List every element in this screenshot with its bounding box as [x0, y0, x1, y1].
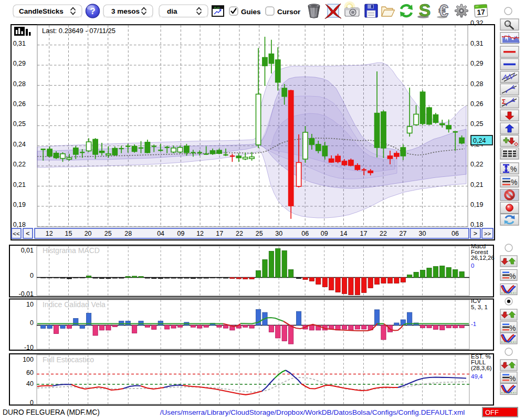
svg-text:%: %	[510, 165, 517, 173]
svg-text:0,21: 0,21	[13, 181, 26, 188]
svg-text:/Users/mserra/Library/CloudSto: /Users/mserra/Library/CloudStorage/Dropb…	[160, 408, 465, 416]
svg-text:04: 04	[157, 230, 164, 237]
svg-text:CandleSticks: CandleSticks	[19, 7, 64, 15]
svg-text:(28,3,6): (28,3,6)	[471, 365, 492, 371]
svg-text:0,21: 0,21	[470, 181, 483, 188]
svg-text:60: 60	[26, 369, 34, 376]
svg-text:0,22: 0,22	[470, 161, 483, 168]
svg-text:5, 3, 1: 5, 3, 1	[471, 304, 488, 310]
svg-text:14: 14	[340, 230, 347, 237]
svg-text:30: 30	[275, 230, 282, 237]
svg-text:28: 28	[124, 230, 132, 237]
svg-text:0,28: 0,28	[13, 80, 26, 88]
svg-text:%: %	[509, 272, 516, 280]
svg-text:%: %	[511, 178, 517, 186]
svg-text:0,28: 0,28	[470, 80, 483, 88]
svg-text:Indice Calidad Vela: Indice Calidad Vela	[43, 300, 106, 309]
svg-text:0,31: 0,31	[470, 40, 483, 47]
svg-text:0,22: 0,22	[13, 161, 26, 168]
svg-text:09: 09	[321, 230, 328, 237]
svg-text:25: 25	[104, 230, 112, 237]
svg-text:40: 40	[26, 380, 34, 387]
svg-text:12: 12	[196, 230, 204, 237]
svg-text:Histgrama MACD: Histgrama MACD	[43, 246, 100, 255]
svg-text:PLAY: PLAY	[214, 7, 220, 9]
svg-text:OFF: OFF	[485, 408, 499, 416]
svg-text:0,19: 0,19	[470, 201, 483, 208]
svg-text:0,19: 0,19	[13, 201, 26, 208]
svg-text:06: 06	[452, 230, 459, 237]
svg-text:0: 0	[30, 319, 34, 327]
svg-text:0,25: 0,25	[13, 120, 26, 128]
svg-text:0,18: 0,18	[13, 221, 26, 228]
svg-text:100: 100	[23, 356, 34, 363]
svg-text:06: 06	[301, 230, 309, 237]
svg-text:0: 0	[471, 262, 474, 269]
svg-text:0: 0	[30, 272, 34, 279]
svg-text:0,25: 0,25	[470, 120, 483, 128]
svg-text:%: %	[509, 324, 516, 332]
svg-text:?: ?	[90, 6, 95, 16]
svg-text:>: >	[474, 230, 477, 237]
svg-text:Cursor: Cursor	[277, 8, 301, 16]
svg-text:0,18: 0,18	[470, 221, 483, 228]
svg-text:0,26: 0,26	[470, 100, 483, 108]
svg-text:0,24: 0,24	[13, 141, 26, 148]
svg-text:09: 09	[177, 230, 184, 237]
svg-text:0,31: 0,31	[13, 40, 26, 47]
svg-text:0,29: 0,29	[13, 60, 26, 67]
svg-text:-0,01: -0,01	[19, 290, 34, 298]
svg-text:22: 22	[380, 230, 387, 237]
svg-text:15: 15	[65, 230, 72, 237]
svg-text:>>: >>	[484, 230, 491, 237]
svg-text:ICV: ICV	[471, 298, 481, 304]
svg-text:Last: 0.23649 - 07/11/25: Last: 0.23649 - 07/11/25	[42, 27, 116, 35]
svg-text:49,4: 49,4	[471, 373, 483, 380]
svg-text:0,29: 0,29	[470, 60, 483, 67]
svg-text:12: 12	[46, 230, 53, 237]
svg-text:0,26: 0,26	[13, 100, 26, 108]
svg-text:Full Estocastico: Full Estocastico	[43, 355, 94, 364]
svg-text:DURO FELGUERA (MDF.MC): DURO FELGUERA (MDF.MC)	[3, 408, 100, 416]
svg-text:17: 17	[216, 230, 223, 237]
svg-text:0: 0	[30, 399, 34, 406]
svg-text:dia: dia	[167, 7, 177, 15]
svg-text:%: %	[509, 374, 516, 383]
svg-text:30: 30	[419, 230, 426, 237]
svg-text:3 mesos: 3 mesos	[111, 7, 140, 15]
svg-text:Guies: Guies	[241, 8, 261, 16]
svg-text:0,01: 0,01	[21, 247, 34, 254]
svg-text:<: <	[26, 230, 29, 237]
svg-text:S: S	[419, 0, 431, 20]
svg-text:17: 17	[477, 7, 486, 16]
svg-text:0,32: 0,32	[470, 19, 483, 27]
svg-text:22: 22	[236, 230, 243, 237]
svg-text:17: 17	[360, 230, 368, 237]
svg-text:10: 10	[26, 301, 34, 308]
svg-text:20: 20	[85, 230, 92, 237]
svg-text:<<: <<	[13, 230, 20, 237]
svg-text:27: 27	[400, 230, 407, 237]
svg-text:0,24: 0,24	[473, 137, 486, 144]
svg-text:€: €	[439, 1, 448, 20]
svg-text:26,12,26: 26,12,26	[471, 255, 495, 261]
svg-text:25: 25	[256, 230, 263, 237]
svg-text:-1: -1	[471, 321, 476, 327]
svg-text:Σ: Σ	[502, 98, 506, 106]
svg-text:-10: -10	[24, 344, 34, 351]
